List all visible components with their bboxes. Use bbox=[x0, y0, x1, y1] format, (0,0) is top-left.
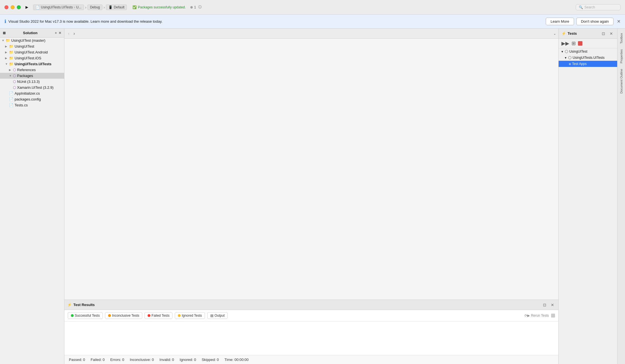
info-banner: ℹ Visual Studio 2022 for Mac v17.3 is no… bbox=[0, 15, 625, 29]
main-layout: ⊞ Solution + ✕ ▼ 📁 UsingUITest (master) … bbox=[0, 29, 625, 364]
failed-tests-button[interactable]: Failed Tests bbox=[144, 312, 172, 319]
rerun-tests-button[interactable]: ⟳▶ Rerun Tests bbox=[524, 314, 549, 318]
solution-icon: ⊞ bbox=[3, 31, 6, 35]
tree-label: UsingUITest bbox=[15, 44, 34, 48]
test-results-panel: ⚡ Test Results ⊡ ✕ Successful Tests Inco… bbox=[64, 300, 558, 364]
error-icon: ⊗ bbox=[190, 5, 193, 9]
tree-label: Xamarin.UITest (3.2.9) bbox=[17, 85, 53, 90]
status-message: ✅ Packages successfully updated. bbox=[132, 5, 186, 9]
close-panel-button[interactable]: ✕ bbox=[549, 302, 556, 308]
stop-button[interactable] bbox=[551, 314, 555, 318]
arrow-icon: ▶ bbox=[5, 51, 8, 54]
stat-invalid: Invalid: 0 bbox=[160, 358, 174, 362]
test-tree-uitests[interactable]: ▼ UsingUITests.UITests bbox=[559, 55, 617, 61]
project-icon: 📁 bbox=[9, 44, 13, 48]
nav-forward-button[interactable]: › bbox=[72, 31, 76, 37]
search-icon: 🔍 bbox=[579, 5, 583, 9]
breadcrumb-sep2: › bbox=[104, 5, 105, 10]
titlebar: ▶ 📄 UsingUITests.UITests › U... › Debug … bbox=[0, 0, 625, 15]
stat-skipped: Skipped: 0 bbox=[202, 358, 219, 362]
test-tree-label: UsingUITest bbox=[569, 50, 587, 53]
close-tests-button[interactable]: ✕ bbox=[608, 31, 614, 36]
run-all-tests-button[interactable]: ▶▶ bbox=[561, 40, 569, 46]
sidebar-header-actions: + ✕ bbox=[55, 31, 61, 35]
document-outline-strip-item[interactable]: Document Outline bbox=[620, 67, 623, 96]
collapse-icon: ▼ bbox=[561, 50, 564, 53]
editor-main bbox=[64, 39, 558, 300]
inconclusive-tests-button[interactable]: Inconclusive Tests bbox=[105, 312, 142, 319]
info-message: Visual Studio 2022 for Mac v17.3 is now … bbox=[8, 19, 544, 24]
references-icon: ⬡ bbox=[13, 68, 16, 72]
breadcrumb-platform[interactable]: 📱 Default bbox=[106, 4, 127, 10]
checkmark-icon: ✅ bbox=[132, 5, 137, 9]
project-icon: 📁 bbox=[9, 56, 13, 60]
test-stats-bar: Passed: 0 Failed: 0 Errors: 0 Inconclusi… bbox=[64, 355, 558, 364]
error-badge[interactable]: ⊗ 1 ⓘ bbox=[190, 5, 202, 10]
tree-item-xamarin[interactable]: ⬡ Xamarin.UITest (3.2.9) bbox=[0, 85, 64, 90]
sidebar: ⊞ Solution + ✕ ▼ 📁 UsingUITest (master) … bbox=[0, 29, 64, 364]
tree-root[interactable]: ▼ 📁 UsingUITest (master) bbox=[0, 38, 64, 43]
project-icon: 📁 bbox=[9, 50, 13, 54]
stat-inconclusive: Inconclusive: 0 bbox=[130, 358, 154, 362]
ignored-tests-button[interactable]: Ignored Tests bbox=[175, 312, 205, 319]
file-icon: 📄 bbox=[36, 5, 40, 9]
test-content-area bbox=[64, 321, 558, 355]
properties-strip-item[interactable]: Properties bbox=[620, 47, 623, 66]
tree-item-packages-config[interactable]: 📄 packages.config bbox=[0, 96, 64, 102]
close-banner-icon[interactable]: ✕ bbox=[617, 19, 621, 24]
tree-label: AppInitializer.cs bbox=[15, 91, 40, 95]
tree-item-references[interactable]: ▶ ⬡ References bbox=[0, 67, 64, 73]
test-results-header: ⚡ Test Results ⊡ ✕ bbox=[64, 300, 558, 310]
editor-toolbar: ‹ › ⌄ bbox=[64, 29, 558, 39]
arrow-icon: ▶ bbox=[5, 45, 8, 48]
nav-back-button[interactable]: ‹ bbox=[67, 31, 71, 37]
package-icon: ⬡ bbox=[13, 85, 16, 90]
close-button[interactable] bbox=[4, 5, 8, 9]
tree-label: UsingUITests.UITests bbox=[15, 62, 52, 66]
learn-more-button[interactable]: Learn More bbox=[546, 18, 574, 25]
add-icon[interactable]: + bbox=[55, 31, 57, 35]
dock-button[interactable]: ⊡ bbox=[542, 302, 548, 308]
output-button[interactable]: ▤ Output bbox=[207, 312, 228, 319]
test-tree-testapps[interactable]: ⊕ Test Apps bbox=[559, 61, 617, 67]
maximize-button[interactable] bbox=[17, 5, 21, 9]
right-strip: Toolbox Properties Document Outline bbox=[617, 29, 625, 364]
breadcrumb-project[interactable]: 📄 UsingUITests.UITests › U... bbox=[33, 4, 84, 10]
content-area: ‹ › ⌄ ⚡ Test Results ⊡ ✕ Successful Test… bbox=[64, 29, 558, 364]
tests-toolbar: ▶▶ ⊞ bbox=[559, 39, 617, 48]
inconclusive-dot bbox=[108, 314, 111, 317]
tests-panel-header: ⚡ Tests ⊡ ✕ bbox=[559, 29, 617, 39]
stat-time: Time: 00:00:00 bbox=[225, 358, 249, 362]
search-box[interactable]: 🔍 Search bbox=[576, 4, 621, 10]
copy-tests-button[interactable]: ⊞ bbox=[572, 40, 576, 46]
failed-dot bbox=[148, 314, 150, 317]
test-tree-root[interactable]: ▼ UsingUITest bbox=[559, 48, 617, 55]
dont-show-button[interactable]: Don't show again bbox=[576, 18, 614, 25]
test-results-title: Test Results bbox=[73, 303, 540, 307]
tree-item-ios[interactable]: ▶ 📁 UsingUITest.iOS bbox=[0, 55, 64, 61]
device-icon: 📱 bbox=[108, 5, 113, 9]
editor-dropdown[interactable]: ⌄ bbox=[553, 32, 556, 36]
help-icon[interactable]: ⓘ bbox=[198, 5, 202, 10]
toolbox-strip-item[interactable]: Toolbox bbox=[620, 31, 623, 46]
packages-icon: ⬡ bbox=[13, 74, 16, 78]
stat-errors: Errors: 0 bbox=[110, 358, 124, 362]
breadcrumb-config[interactable]: Debug bbox=[87, 4, 102, 10]
tree-item-nunit[interactable]: ⬡ NUnit (3.13.3) bbox=[0, 79, 64, 85]
stop-tests-button[interactable] bbox=[578, 41, 582, 46]
successful-tests-button[interactable]: Successful Tests bbox=[68, 312, 103, 319]
tree-item-android[interactable]: ▶ 📁 UsingUITest.Android bbox=[0, 49, 64, 55]
tree-label: References bbox=[17, 68, 36, 72]
tree-item-appinitializer[interactable]: 📄 AppInitializer.cs bbox=[0, 90, 64, 96]
tree-item-tests[interactable]: 📄 Tests.cs bbox=[0, 102, 64, 108]
tree-item-packages[interactable]: ▼ ⬡ Packages bbox=[0, 73, 64, 79]
solution-folder-icon: 📁 bbox=[6, 38, 10, 43]
test-toolbar: Successful Tests Inconclusive Tests Fail… bbox=[64, 310, 558, 321]
minimize-button[interactable] bbox=[11, 5, 15, 9]
dock-tests-button[interactable]: ⊡ bbox=[600, 31, 607, 36]
tree-item-uitests[interactable]: ▼ 📁 UsingUITests.UITests bbox=[0, 61, 64, 67]
close-sidebar-icon[interactable]: ✕ bbox=[59, 31, 61, 35]
test-type-icon: ⊕ bbox=[569, 62, 571, 66]
run-button[interactable]: ▶ bbox=[24, 4, 30, 10]
tree-item-uiutest[interactable]: ▶ 📁 UsingUITest bbox=[0, 43, 64, 49]
